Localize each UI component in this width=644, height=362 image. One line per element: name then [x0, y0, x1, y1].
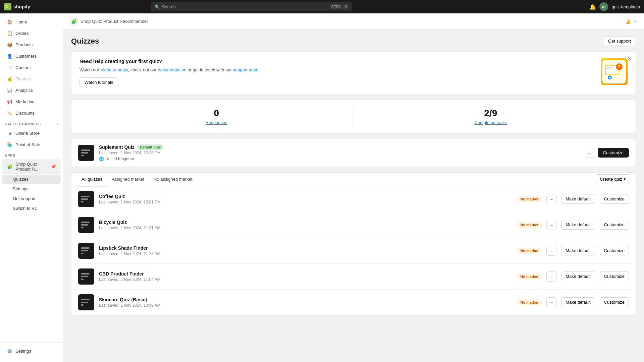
close-banner-button[interactable]: ✕ [627, 56, 632, 62]
tab-all-quizzes[interactable]: All quizzes [77, 173, 107, 186]
sidebar-item-content[interactable]: 📄 Content [2, 62, 61, 73]
sidebar-sub-get-support[interactable]: Get support [2, 194, 61, 203]
search-icon: 🔍 [155, 4, 160, 9]
more-icon[interactable]: ··· [634, 19, 637, 24]
cbd-make-default-button[interactable]: Make default [561, 272, 595, 281]
lipstick-more-button[interactable]: ··· [546, 246, 556, 256]
sidebar-item-analytics[interactable]: 📊 Analytics [2, 85, 61, 96]
thumb-bar-2 [81, 224, 88, 226]
bicycle-customize-button[interactable]: Customize [600, 220, 629, 230]
tab-assigned-market[interactable]: Assigned market [107, 173, 149, 186]
online-store-icon: 🖥 [7, 130, 13, 136]
coffee-make-default-button[interactable]: Make default [561, 194, 595, 204]
home-icon: 🏠 [7, 19, 13, 25]
video-tutorials-link[interactable]: Video tutorials [100, 67, 128, 72]
sidebar-item-orders[interactable]: 📋 Orders [2, 28, 61, 39]
sidebar-label-customers: Customers [15, 54, 56, 59]
completed-tasks-label[interactable]: Completed tasks [361, 120, 621, 125]
tutorial-illustration: ? [602, 60, 626, 83]
pin-icon: 📌 [51, 164, 56, 169]
skincare-more-button[interactable]: ··· [546, 297, 556, 307]
skincare-make-default-button[interactable]: Make default [561, 297, 595, 307]
search-kbd: CTRL K [330, 4, 348, 9]
notification-bell-icon[interactable]: 🔔 [589, 4, 596, 10]
cbd-no-market-badge: No market [517, 274, 542, 280]
bicycle-make-default-button[interactable]: Make default [561, 220, 595, 230]
thumb-bar-1 [81, 196, 90, 197]
coffee-no-market-badge: No market [517, 196, 542, 202]
svg-text:?: ? [618, 64, 620, 69]
sidebar-item-customers[interactable]: 👤 Customers [2, 51, 61, 61]
responses-value: 0 [86, 108, 347, 119]
documentation-link[interactable]: documentation [158, 67, 186, 72]
coffee-quiz-meta: Last saved: 1 Nov 2024, 12:01 PM [99, 200, 512, 204]
notification-icon[interactable]: 🔔 [626, 19, 631, 24]
shopify-logo[interactable]: S shopify [4, 3, 30, 10]
sidebar-item-home[interactable]: 🏠 Home [2, 16, 61, 27]
get-support-button[interactable]: Get support [603, 36, 636, 46]
bicycle-quiz-meta: Last saved: 1 Nov 2024, 11:31 AM [99, 226, 512, 230]
sidebar-sub-quizzes[interactable]: Quizzes [2, 175, 61, 184]
sidebar-item-products[interactable]: 📦 Products [2, 39, 61, 50]
svg-rect-6 [606, 68, 611, 69]
thumb-bar-2 [81, 198, 88, 200]
bicycle-more-button[interactable]: ··· [546, 220, 556, 230]
sidebar-item-point-of-sale[interactable]: 🏪 Point of Sale [2, 139, 61, 150]
app-icon-emoji: 🧩 [71, 19, 77, 24]
create-quiz-label: Create quiz [600, 177, 622, 182]
watch-tutorials-button[interactable]: Watch tutorials [79, 77, 118, 87]
list-item: Lipstick Shade Finder Last saved: 1 Nov … [71, 238, 636, 264]
app-header-actions: 🔔 ··· [626, 19, 637, 24]
responses-label[interactable]: Responses [86, 120, 347, 125]
featured-more-button[interactable]: ··· [585, 148, 595, 158]
list-item: CBD Product Finder Last saved: 1 Nov 202… [71, 264, 636, 290]
coffee-customize-button[interactable]: Customize [600, 194, 629, 204]
sidebar-item-marketing[interactable]: 📢 Marketing [2, 96, 61, 107]
sidebar-label-shop-quiz: Shop Quiz: Product R... [15, 162, 48, 172]
cbd-customize-button[interactable]: Customize [600, 272, 629, 281]
sidebar-item-settings[interactable]: ⚙️ Settings [2, 346, 61, 356]
featured-customize-button[interactable]: Customize [598, 148, 629, 158]
search-bar[interactable]: 🔍 Search CTRL K [151, 2, 352, 11]
topnav-right: 🔔 qt quiz-templates [589, 2, 640, 11]
help-banner-content: Need help creating your first quiz? Watc… [79, 58, 595, 87]
sidebar-sub-switch-v1[interactable]: Switch to V1 [2, 204, 61, 213]
sales-channels-chevron-icon[interactable]: › [57, 122, 58, 126]
stats-card: 0 Responses 2/9 Completed tasks [71, 100, 636, 133]
skincare-quiz-thumbnail [78, 294, 94, 310]
content-icon: 📄 [7, 64, 13, 70]
app-header: 🧩 Shop Quiz: Product Recommender 🔔 ··· [63, 13, 644, 29]
create-quiz-button[interactable]: Create quiz ▾ [596, 174, 630, 184]
featured-quiz-name: Suplement Quiz [99, 144, 135, 150]
lipstick-make-default-button[interactable]: Make default [561, 246, 595, 255]
sidebar-label-analytics: Analytics [15, 88, 56, 93]
sidebar-bottom: ⚙️ Settings [0, 342, 63, 359]
skincare-customize-button[interactable]: Customize [600, 297, 629, 307]
chevron-down-icon: ▾ [624, 177, 626, 182]
sidebar-item-discounts[interactable]: 🏷️ Discounts [2, 108, 61, 118]
sidebar-item-shop-quiz[interactable]: 🧩 Shop Quiz: Product R... 📌 [2, 159, 61, 174]
sidebar-label-finance: Finance [15, 76, 56, 81]
default-quiz-badge: Default quiz [137, 144, 163, 150]
support-team-link[interactable]: support team [233, 67, 258, 72]
shopify-logo-icon: S [4, 3, 11, 10]
tab-no-assigned-market[interactable]: No assigned market [149, 173, 197, 186]
app-layout: 🏠 Home 📋 Orders 📦 Products 👤 Customers 📄… [0, 13, 644, 362]
bicycle-quiz-thumbnail [78, 217, 94, 233]
thumb-bar-1 [81, 247, 90, 249]
lipstick-customize-button[interactable]: Customize [600, 246, 629, 255]
help-banner-title: Need help creating your first quiz? [79, 58, 595, 64]
coffee-more-button[interactable]: ··· [546, 194, 556, 204]
cbd-more-button[interactable]: ··· [546, 272, 556, 282]
products-icon: 📦 [7, 42, 13, 48]
analytics-icon: 📊 [7, 87, 13, 93]
cbd-quiz-thumbnail [78, 268, 94, 285]
sidebar-label-settings: Settings [15, 349, 56, 354]
get-support-sub-label: Get support [13, 196, 36, 201]
thumb-bar-3 [81, 201, 84, 202]
sidebar-sub-settings[interactable]: Settings [2, 184, 61, 193]
sidebar-item-online-store[interactable]: 🖥 Online Store [2, 128, 61, 138]
avatar[interactable]: qt [599, 2, 608, 11]
coffee-quiz-name: Coffee Quiz [99, 194, 512, 199]
shop-quiz-icon: 🧩 [7, 164, 13, 170]
